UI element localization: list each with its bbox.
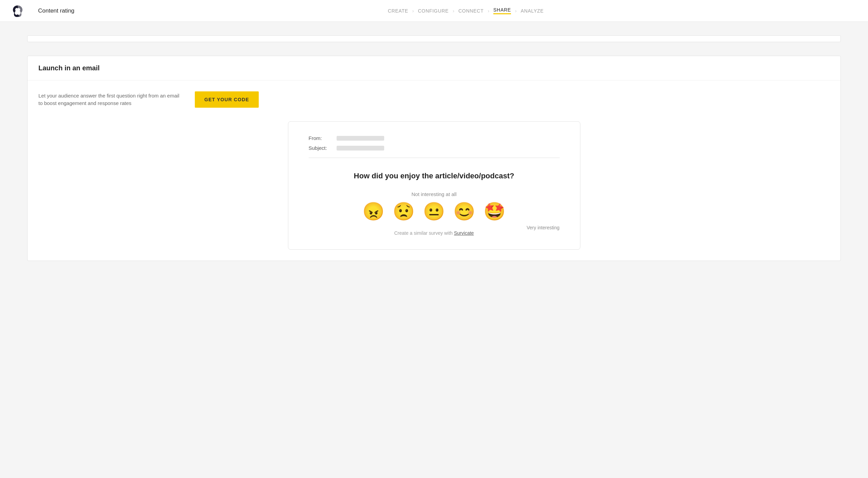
- email-preview: From: Subject: How did you enjoy the art…: [288, 121, 580, 250]
- get-code-button[interactable]: GET YOUR CODE: [195, 91, 259, 108]
- launch-card-description: Let your audience answer the first quest…: [38, 92, 181, 107]
- survicate-link[interactable]: Survicate: [454, 230, 474, 236]
- logo[interactable]: [11, 4, 24, 18]
- chevron-icon-1: ›: [412, 8, 414, 14]
- launch-email-card: Launch in an email Let your audience ans…: [27, 56, 841, 261]
- rating-label-left: Not interesting at all: [309, 191, 560, 197]
- emoji-disappointed[interactable]: 😟: [393, 202, 415, 220]
- email-rating-section: Not interesting at all 😠 😟 😐 😊 🤩 Very in…: [309, 191, 560, 230]
- launch-card-header: Launch in an email: [28, 56, 840, 81]
- emoji-star-struck[interactable]: 🤩: [483, 202, 506, 220]
- emoji-row: 😠 😟 😐 😊 🤩: [362, 202, 506, 220]
- email-question: How did you enjoy the article/video/podc…: [309, 172, 560, 180]
- email-subject-placeholder: [337, 146, 384, 151]
- email-meta: From: Subject:: [309, 135, 560, 151]
- rating-label-right: Very interesting: [527, 225, 560, 230]
- logo-icon: [11, 4, 24, 18]
- emoji-neutral[interactable]: 😐: [423, 202, 445, 220]
- nav-step-create[interactable]: CREATE: [388, 8, 408, 14]
- top-border-card: [27, 35, 841, 42]
- nav-step-create-label: CREATE: [388, 8, 408, 14]
- app-title: Content rating: [38, 7, 74, 14]
- emoji-and-labels: 😠 😟 😐 😊 🤩 Very interesting: [309, 202, 560, 230]
- labels-row: Very interesting: [309, 225, 560, 230]
- email-subject-label: Subject:: [309, 145, 333, 151]
- nav-step-analyze[interactable]: ANALYZE: [521, 8, 544, 14]
- chevron-icon-3: ›: [488, 8, 489, 14]
- email-divider: [309, 158, 560, 158]
- launch-card-title: Launch in an email: [38, 64, 830, 72]
- nav-step-configure-label: CONFIGURE: [418, 8, 448, 14]
- email-from-placeholder: [337, 136, 384, 141]
- email-subject-row: Subject:: [309, 145, 560, 151]
- chevron-icon-2: ›: [453, 8, 455, 14]
- app-header: Content rating CREATE › CONFIGURE › CONN…: [0, 0, 868, 22]
- nav-step-analyze-label: ANALYZE: [521, 8, 544, 14]
- survey-footer: Create a similar survey with Survicate: [309, 230, 560, 236]
- email-from-label: From:: [309, 135, 333, 141]
- nav-step-share-label: SHARE: [493, 7, 511, 13]
- emoji-angry[interactable]: 😠: [362, 202, 385, 220]
- email-from-row: From:: [309, 135, 560, 141]
- survey-footer-text: Create a similar survey with: [394, 230, 454, 236]
- nav-step-share[interactable]: SHARE: [493, 7, 511, 14]
- nav-step-connect-label: CONNECT: [458, 8, 483, 14]
- wizard-nav: CREATE › CONFIGURE › CONNECT › SHARE › A…: [74, 7, 857, 14]
- launch-card-body: Let your audience answer the first quest…: [28, 81, 840, 261]
- chevron-icon-4: ›: [515, 8, 517, 14]
- launch-card-intro: Let your audience answer the first quest…: [38, 91, 830, 108]
- emoji-happy[interactable]: 😊: [453, 202, 475, 220]
- nav-step-connect[interactable]: CONNECT: [458, 8, 483, 14]
- nav-step-configure[interactable]: CONFIGURE: [418, 8, 448, 14]
- main-content: Launch in an email Let your audience ans…: [0, 22, 868, 478]
